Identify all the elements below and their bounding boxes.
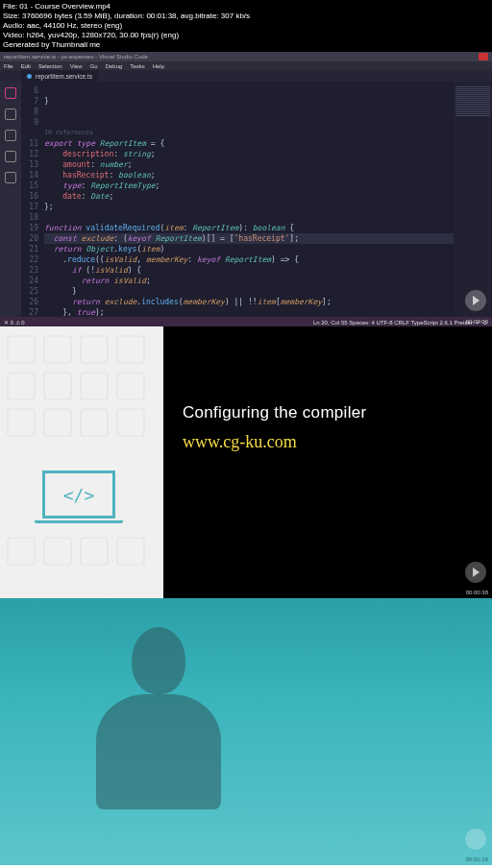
thumbnail-frame-2: </> Configuring the compiler www.cg-ku.c… bbox=[0, 326, 492, 598]
pattern-bg bbox=[0, 326, 163, 598]
svg-rect-4 bbox=[8, 373, 35, 399]
window-controls bbox=[455, 53, 488, 60]
speaker-silhouette bbox=[38, 617, 279, 857]
svg-rect-1 bbox=[44, 336, 71, 363]
extensions-icon[interactable] bbox=[5, 172, 16, 183]
code-glyph: </> bbox=[42, 470, 115, 518]
svg-rect-12 bbox=[8, 538, 35, 565]
menu-edit[interactable]: Edit bbox=[21, 63, 31, 69]
window-titlebar: reportItem.service.ts - ps-expenses - Vi… bbox=[0, 52, 492, 61]
meta-video: Video: h264, yuv420p, 1280x720, 30.00 fp… bbox=[3, 31, 489, 40]
svg-rect-7 bbox=[117, 373, 144, 399]
frame-timestamp: 00:00:00 bbox=[466, 319, 488, 325]
thumbnail-frame-3: 00:01:16 bbox=[0, 598, 492, 865]
menu-go[interactable]: Go bbox=[90, 63, 98, 69]
minimap[interactable] bbox=[454, 82, 492, 317]
svg-rect-0 bbox=[8, 336, 35, 363]
video-metadata: File: 01 - Course Overview.mp4 Size: 376… bbox=[0, 0, 492, 52]
debug-icon[interactable] bbox=[5, 151, 16, 162]
menu-help[interactable]: Help bbox=[153, 63, 164, 69]
svg-rect-13 bbox=[44, 538, 71, 565]
menu-file[interactable]: File bbox=[4, 63, 13, 69]
meta-file: File: 01 - Course Overview.mp4 bbox=[3, 2, 489, 12]
watermark-url: www.cg-ku.com bbox=[183, 432, 482, 452]
svg-rect-2 bbox=[81, 336, 108, 363]
laptop-icon: </> bbox=[35, 470, 123, 530]
minimize-button[interactable] bbox=[455, 53, 465, 60]
status-problems[interactable]: ✕ 0 ⚠ 0 bbox=[4, 319, 25, 326]
slide-title: Configuring the compiler bbox=[183, 403, 482, 422]
svg-rect-5 bbox=[44, 373, 71, 399]
play-icon[interactable] bbox=[465, 562, 486, 583]
status-bar: ✕ 0 ⚠ 0 Ln 20, Col 55 Spaces: 4 UTF-8 CR… bbox=[0, 317, 492, 326]
tab-label: reportItem.service.ts bbox=[36, 73, 92, 80]
play-icon[interactable] bbox=[465, 829, 486, 850]
typescript-icon bbox=[27, 74, 32, 79]
maximize-button[interactable] bbox=[467, 53, 477, 60]
window-title: reportItem.service.ts - ps-expenses - Vi… bbox=[4, 54, 148, 60]
svg-rect-9 bbox=[44, 409, 71, 436]
code-editor[interactable]: 6 7}8910 references11export type ReportI… bbox=[21, 82, 454, 317]
editor-tabs: reportItem.service.ts bbox=[0, 70, 492, 82]
activity-bar bbox=[0, 82, 21, 317]
svg-rect-15 bbox=[117, 538, 144, 565]
slide-right-panel: Configuring the compiler www.cg-ku.com bbox=[163, 326, 492, 598]
menu-selection[interactable]: Selection bbox=[38, 63, 62, 69]
svg-rect-10 bbox=[81, 409, 108, 436]
thumbnail-frame-1: reportItem.service.ts - ps-expenses - Vi… bbox=[0, 52, 492, 326]
play-icon[interactable] bbox=[465, 290, 486, 311]
menu-debug[interactable]: Debug bbox=[106, 63, 123, 69]
svg-rect-3 bbox=[117, 336, 144, 363]
tab-reportitem[interactable]: reportItem.service.ts bbox=[21, 70, 98, 82]
meta-size: Size: 3760696 bytes (3.59 MiB), duration… bbox=[3, 12, 489, 21]
svg-rect-11 bbox=[117, 409, 144, 436]
explorer-icon[interactable] bbox=[5, 87, 16, 99]
svg-rect-8 bbox=[8, 409, 35, 436]
meta-audio: Audio: aac, 44100 Hz, stereo (eng) bbox=[3, 21, 489, 31]
menu-view[interactable]: View bbox=[70, 63, 83, 69]
meta-generated: Generated by Thumbnail me bbox=[3, 40, 489, 50]
close-button[interactable] bbox=[479, 53, 488, 60]
menu-bar: File Edit Selection View Go Debug Tasks … bbox=[0, 61, 492, 70]
frame-timestamp: 00:01:16 bbox=[466, 856, 488, 862]
search-icon[interactable] bbox=[5, 108, 16, 120]
scm-icon[interactable] bbox=[5, 130, 16, 141]
svg-rect-14 bbox=[81, 538, 108, 565]
menu-tasks[interactable]: Tasks bbox=[130, 63, 144, 69]
slide-left-panel: </> bbox=[0, 326, 163, 598]
svg-rect-6 bbox=[81, 373, 108, 399]
status-right[interactable]: Ln 20, Col 55 Spaces: 4 UTF-8 CRLF TypeS… bbox=[313, 319, 488, 326]
frame-timestamp: 00:00:38 bbox=[466, 590, 488, 595]
